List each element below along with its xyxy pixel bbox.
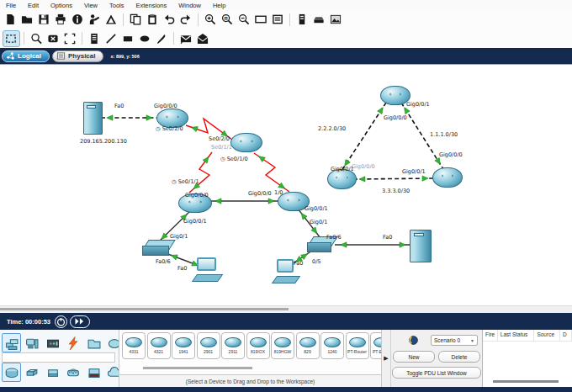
router-isp[interactable] [230, 133, 262, 152]
zoom-in-icon [204, 13, 216, 25]
scenario-dropdown[interactable]: Scenario 0 ▼ [431, 335, 478, 346]
draw-rectangle-button[interactable] [120, 31, 136, 46]
device-model-2901[interactable]: 2901 [197, 332, 220, 359]
menu-view[interactable]: View [78, 2, 103, 9]
draw-freeform-button[interactable] [154, 31, 170, 46]
activity-wizard-button[interactable] [87, 12, 103, 27]
canvas-scrollbar-thumb[interactable] [0, 308, 289, 310]
router-icon [373, 337, 382, 347]
subcategory-switches[interactable] [23, 363, 42, 382]
zoom-reset-button[interactable]: R [220, 12, 236, 27]
packet-tracer-window: FileEditOptionsViewToolsExtensionsWindow… [0, 0, 572, 392]
serial-link[interactable] [254, 153, 289, 192]
delete-button[interactable] [45, 31, 61, 46]
menu-help[interactable]: Help [207, 2, 231, 9]
inspect-button[interactable] [29, 31, 45, 46]
delete-icon [47, 33, 59, 45]
subcategory-hubs[interactable] [43, 363, 62, 382]
device-model-pt-router[interactable]: PT-Router [346, 332, 369, 359]
menu-edit[interactable]: Edit [22, 2, 45, 9]
scenario-delete-button[interactable]: Delete [438, 351, 480, 363]
category-components[interactable] [43, 333, 62, 352]
device-model-1240[interactable]: 1240 [320, 332, 344, 359]
router-icon [225, 337, 241, 347]
router-tri-right[interactable] [432, 167, 463, 188]
tab-logical[interactable]: Logical [2, 50, 50, 62]
device-model-819iox[interactable]: 819IOX [246, 332, 270, 359]
open-folder-button[interactable] [19, 12, 35, 27]
port-label: Fa0 [294, 260, 303, 267]
snapshot-button[interactable] [328, 12, 344, 27]
subcategory-wireless-devices[interactable] [64, 363, 83, 382]
tab-physical[interactable]: Physical [52, 50, 103, 62]
device-model-2911[interactable]: 2911 [221, 332, 245, 359]
menu-tools[interactable]: Tools [103, 2, 130, 9]
category-miscellaneous[interactable] [84, 333, 103, 352]
canvas-horizontal-scrollbar[interactable] [0, 305, 572, 313]
paste-button[interactable] [145, 12, 161, 27]
undo-button[interactable] [162, 12, 177, 27]
subcategory-routers[interactable] [2, 363, 21, 382]
port-label: Fa0/6 [156, 258, 171, 265]
device-model-829[interactable]: 829 [296, 332, 320, 359]
device-model-4331[interactable]: 4331 [122, 332, 146, 359]
drawing-palette-button[interactable] [103, 12, 119, 27]
server-right[interactable] [410, 230, 432, 262]
new-file-button[interactable] [3, 12, 19, 27]
resize-shape-button[interactable] [62, 31, 78, 46]
miscellaneous-icon [87, 336, 101, 350]
menu-options[interactable]: Options [45, 2, 78, 9]
device-list-scrollbar[interactable] [143, 367, 252, 369]
resize-shape-icon [64, 33, 76, 45]
pc-left[interactable] [193, 257, 222, 283]
port-label: Gig0/0/0 [154, 103, 177, 109]
viewport-button[interactable] [253, 12, 269, 27]
dashed-link[interactable] [342, 103, 386, 171]
open-folder-icon [21, 13, 33, 25]
save-button[interactable] [36, 12, 52, 27]
server-internet[interactable] [83, 102, 103, 135]
add-simple-pdu-button[interactable] [178, 31, 194, 46]
switch-left[interactable] [142, 240, 172, 256]
menu-file[interactable]: File [0, 2, 22, 9]
workspace-canvas[interactable]: Fa0Gig0/0/0209.165.200.130◷ Se0/2/0Se0/2… [0, 64, 572, 313]
toggle-pdu-list-button[interactable]: Toggle PDU List Window [392, 367, 481, 379]
device-model-pt-empty[interactable]: PT-Empty [370, 332, 382, 359]
info-button[interactable] [70, 12, 86, 27]
menu-window[interactable]: Window [172, 2, 207, 9]
pdu-list-scrollbar[interactable] [493, 380, 559, 383]
scenario-new-button[interactable]: New [393, 351, 435, 363]
dashed-link[interactable] [353, 178, 434, 179]
svg-text:R: R [224, 16, 228, 21]
toolbar-separator [24, 32, 24, 45]
device-model-819hgw[interactable]: 819HGW [271, 332, 294, 359]
power-cycle-button[interactable] [55, 315, 67, 328]
redo-button[interactable] [178, 12, 194, 27]
menu-extensions[interactable]: Extensions [130, 2, 173, 9]
fast-forward-button[interactable] [70, 315, 90, 328]
select-button[interactable] [3, 30, 20, 47]
panel-expander-button[interactable]: ▶ [382, 330, 391, 387]
serial-link[interactable] [189, 152, 212, 193]
zoom-out-button[interactable] [236, 12, 252, 27]
draw-line-button[interactable] [103, 31, 119, 46]
category-network-devices[interactable] [2, 333, 21, 352]
dialog-button[interactable] [270, 12, 286, 27]
keyboard-drawer-button[interactable] [311, 12, 327, 27]
category-end-devices[interactable] [23, 333, 42, 352]
device-model-1941[interactable]: 1941 [172, 332, 195, 359]
device-model-label: 1240 [327, 349, 336, 354]
category-connections[interactable] [64, 333, 83, 352]
print-button[interactable] [53, 12, 69, 27]
draw-ellipse-button[interactable] [137, 31, 153, 46]
device-model-4321[interactable]: 4321 [147, 332, 171, 359]
add-complex-pdu-button[interactable] [195, 31, 211, 46]
custom-device-dialog-button[interactable] [294, 12, 310, 27]
zoom-in-button[interactable] [203, 12, 219, 27]
place-note-button[interactable] [87, 31, 103, 46]
copy-button[interactable] [128, 12, 144, 27]
save-icon [38, 13, 50, 25]
hubs-icon [46, 366, 60, 379]
port-label: 0/5 [312, 258, 320, 265]
subcategory-security[interactable] [84, 363, 103, 382]
